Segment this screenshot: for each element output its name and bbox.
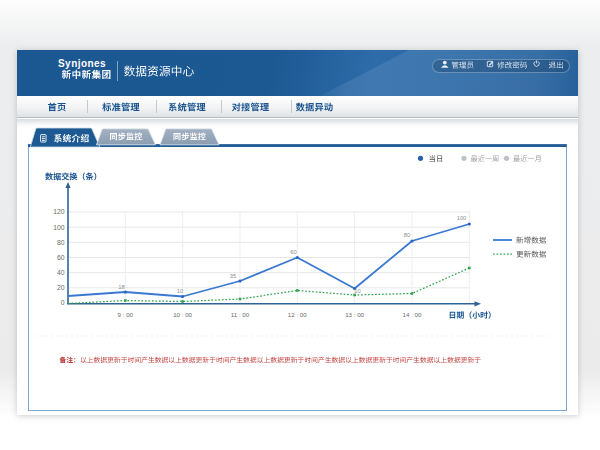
- svg-text:12 : 00: 12 : 00: [288, 311, 307, 318]
- svg-text:10: 10: [177, 288, 183, 294]
- svg-text:20: 20: [57, 284, 65, 291]
- svg-text:80: 80: [404, 232, 410, 238]
- svg-text:100: 100: [53, 224, 65, 231]
- svg-text:14 : 00: 14 : 00: [403, 311, 422, 318]
- svg-text:9 : 00: 9 : 00: [118, 311, 134, 318]
- svg-text:60: 60: [290, 249, 296, 255]
- svg-text:10: 10: [354, 288, 360, 294]
- svg-text:10 : 00: 10 : 00: [173, 311, 192, 318]
- svg-text:60: 60: [57, 254, 65, 261]
- svg-text:0: 0: [61, 299, 65, 306]
- svg-text:100: 100: [457, 215, 467, 221]
- svg-text:35: 35: [230, 273, 236, 279]
- svg-text:18: 18: [118, 284, 124, 290]
- svg-text:120: 120: [53, 208, 65, 215]
- svg-text:13 : 00: 13 : 00: [345, 311, 364, 318]
- svg-text:40: 40: [57, 269, 65, 276]
- svg-text:11 : 00: 11 : 00: [231, 311, 250, 318]
- svg-text:80: 80: [57, 239, 65, 246]
